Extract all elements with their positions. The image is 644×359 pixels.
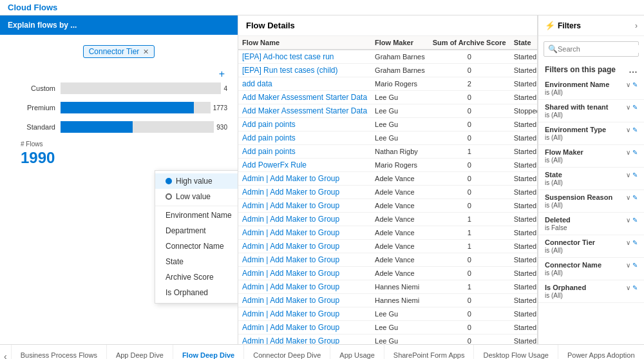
table-row[interactable]: Add pain points Lee Gu 0 Started pctools… [238, 118, 537, 131]
cell-flow-name[interactable]: Admin | Add Maker to Group [238, 186, 371, 199]
table-row[interactable]: add data Mario Rogers 2 Started creator-… [238, 77, 537, 91]
dropdown-item-connector-name[interactable]: Connector Name [155, 238, 238, 254]
tab-prev-button[interactable]: ‹ [0, 345, 12, 359]
table-row[interactable]: Add PowerFx Rule Mario Rogers 0 Started … [238, 159, 537, 172]
table-row[interactable]: Admin | Add Maker to Group Adele Vance 0… [238, 267, 537, 280]
tab-item[interactable]: App Usage [330, 345, 384, 359]
cell-flow-name[interactable]: Add pain points [238, 131, 371, 145]
cell-flow-name[interactable]: Admin | Add Maker to Group [238, 240, 371, 253]
filter-edit-icon[interactable]: ✎ [632, 81, 638, 88]
cell-flow-name[interactable]: Admin | Add Maker to Group [238, 280, 371, 294]
table-row[interactable]: Admin | Add Maker to Group Hannes Niemi … [238, 294, 537, 307]
tab-item[interactable]: Desktop Flow Usage [474, 345, 558, 359]
cell-flow-name[interactable]: Admin | Add Maker to Group [238, 294, 371, 307]
tab-item[interactable]: Power Apps Adoption [558, 345, 644, 359]
tab-item[interactable]: Business Process Flows [12, 345, 107, 359]
search-box[interactable]: 🔍 [544, 41, 639, 57]
cell-flow-name[interactable]: Admin | Add Maker to Group [238, 213, 371, 226]
search-input[interactable] [558, 45, 644, 53]
cell-flow-name[interactable]: Admin | Add Maker to Group [238, 172, 371, 186]
filter-edit-icon[interactable]: ✎ [632, 194, 638, 201]
cell-archive-score: 2 [429, 77, 510, 91]
bar-row[interactable]: Premium 1773 [10, 102, 227, 113]
table-row[interactable]: Admin | Add Maker to Group Adele Vance 0… [238, 199, 537, 213]
cell-flow-maker: Lee Gu [371, 91, 429, 104]
chip-close-button[interactable]: ✕ [143, 48, 149, 56]
table-row[interactable]: Admin | Add Maker to Group Adele Vance 0… [238, 186, 537, 199]
filter-chevron-icon[interactable]: ∨ [626, 217, 630, 224]
cell-flow-name[interactable]: Add pain points [238, 145, 371, 159]
table-row[interactable]: Add Maker Assessment Starter Data Lee Gu… [238, 104, 537, 118]
filter-edit-icon[interactable]: ✎ [632, 262, 638, 269]
col-state[interactable]: State [510, 36, 537, 50]
tab-item[interactable]: Flow Deep Dive [173, 345, 244, 359]
dropdown-item-environment-name[interactable]: Environment Name [155, 208, 238, 223]
more-options-button[interactable]: … [629, 64, 638, 75]
cell-flow-name[interactable]: Add PowerFx Rule [238, 159, 371, 172]
table-row[interactable]: Admin | Add Maker to Group Adele Vance 1… [238, 226, 537, 240]
filter-item-header: Is Orphaned ∨ ✎ [545, 284, 638, 291]
filter-chevron-icon[interactable]: ∨ [626, 126, 630, 133]
table-row[interactable]: Admin | Add Maker to Group Adele Vance 0… [238, 172, 537, 186]
bar-row[interactable]: Standard 930 [10, 121, 227, 133]
table-row[interactable]: Admin | Add Maker to Group Lee Gu 0 Star… [238, 307, 537, 321]
tab-item[interactable]: SharePoint Form Apps [384, 345, 475, 359]
filter-edit-icon[interactable]: ✎ [632, 284, 638, 291]
dropdown-item-archive-score[interactable]: Archive Score [155, 269, 238, 285]
dropdown-item-department[interactable]: Department [155, 223, 238, 238]
tab-item[interactable]: Connector Deep Dive [244, 345, 330, 359]
col-archive-score[interactable]: Sum of Archive Score [429, 36, 510, 50]
dropdown-item-state[interactable]: State [155, 254, 238, 269]
dropdown-item-high-value[interactable]: High value [155, 173, 238, 189]
filter-chevron-icon[interactable]: ∨ [626, 194, 630, 201]
table-row[interactable]: Admin | Add Maker to Group Adele Vance 0… [238, 253, 537, 267]
filter-chevron-icon[interactable]: ∨ [626, 284, 630, 291]
cell-flow-name[interactable]: Add Maker Assessment Starter Data [238, 104, 371, 118]
filter-chevron-icon[interactable]: ∨ [626, 149, 630, 156]
dropdown-item-is-orphaned[interactable]: Is Orphaned [155, 285, 238, 300]
table-row[interactable]: [EPA] Ad-hoc test case run Graham Barnes… [238, 50, 537, 64]
cell-flow-name[interactable]: [EPA] Ad-hoc test case run [238, 50, 371, 64]
filter-edit-icon[interactable]: ✎ [632, 126, 638, 133]
dropdown-item-low-value[interactable]: Low value [155, 189, 238, 204]
table-row[interactable]: Admin | Add Maker to Group Lee Gu 0 Star… [238, 321, 537, 335]
filter-chevron-icon[interactable]: ∨ [626, 104, 630, 111]
flow-table-wrapper[interactable]: Flow Name Flow Maker Sum of Archive Scor… [238, 36, 537, 344]
col-flow-maker[interactable]: Flow Maker [371, 36, 429, 50]
cell-flow-name[interactable]: Admin | Add Maker to Group [238, 321, 371, 335]
filters-collapse-button[interactable]: › [635, 21, 638, 30]
filter-chevron-icon[interactable]: ∨ [626, 239, 630, 246]
cell-flow-name[interactable]: Add Maker Assessment Starter Data [238, 91, 371, 104]
cell-flow-name[interactable]: Add pain points [238, 118, 371, 131]
cell-flow-name[interactable]: Admin | Add Maker to Group [238, 226, 371, 240]
connector-tier-chip[interactable]: Connector Tier ✕ [83, 45, 155, 58]
cell-flow-name[interactable]: Admin | Add Maker to Group [238, 335, 371, 345]
cell-flow-name[interactable]: Admin | Add Maker to Group [238, 307, 371, 321]
add-field-button[interactable]: + [216, 68, 227, 80]
cell-flow-name[interactable]: Admin | Add Maker to Group [238, 253, 371, 267]
cell-flow-name[interactable]: Admin | Add Maker to Group [238, 267, 371, 280]
filter-edit-icon[interactable]: ✎ [632, 149, 638, 156]
cell-flow-name[interactable]: [EPA] Run test cases (child) [238, 64, 371, 77]
table-row[interactable]: Admin | Add Maker to Group Hannes Niemi … [238, 280, 537, 294]
filter-edit-icon[interactable]: ✎ [632, 171, 638, 179]
cell-flow-name[interactable]: add data [238, 77, 371, 91]
col-flow-name[interactable]: Flow Name [238, 36, 371, 50]
table-row[interactable]: Add pain points Lee Gu 0 Started coe-inn… [238, 131, 537, 145]
filter-item: Environment Type ∨ ✎ is (All) [538, 122, 644, 145]
table-row[interactable]: Admin | Add Maker to Group Adele Vance 1… [238, 240, 537, 253]
table-row[interactable]: [EPA] Run test cases (child) Graham Barn… [238, 64, 537, 77]
table-row[interactable]: Admin | Add Maker to Group Adele Vance 1… [238, 213, 537, 226]
table-row[interactable]: Admin | Add Maker to Group Lee Gu 0 Star… [238, 335, 537, 345]
cell-flow-name[interactable]: Admin | Add Maker to Group [238, 199, 371, 213]
filter-edit-icon[interactable]: ✎ [632, 104, 638, 111]
filter-chevron-icon[interactable]: ∨ [626, 262, 630, 269]
table-row[interactable]: Add Maker Assessment Starter Data Lee Gu… [238, 91, 537, 104]
filter-chevron-icon[interactable]: ∨ [626, 171, 630, 179]
filter-edit-icon[interactable]: ✎ [632, 217, 638, 224]
filter-chevron-icon[interactable]: ∨ [626, 81, 630, 88]
tab-item[interactable]: App Deep Dive [107, 345, 173, 359]
filter-edit-icon[interactable]: ✎ [632, 239, 638, 246]
table-row[interactable]: Add pain points Nathan Rigby 1 Started a… [238, 145, 537, 159]
bar-row[interactable]: Custom 4 [10, 82, 227, 94]
